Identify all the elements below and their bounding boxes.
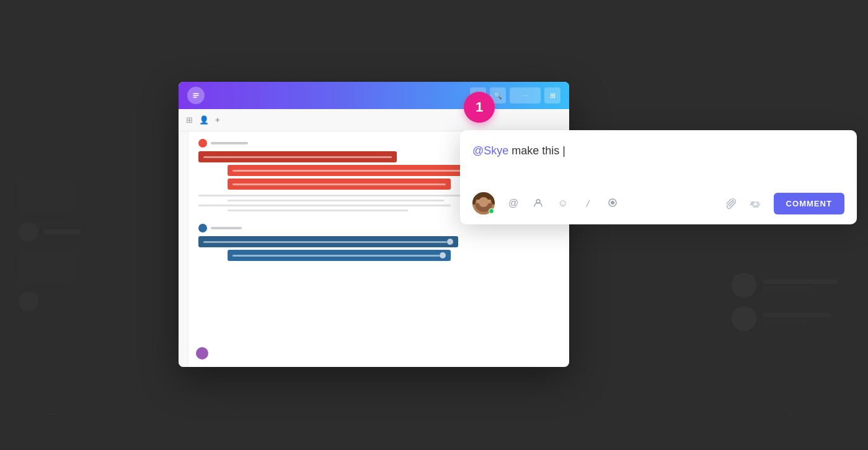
comment-popup: @Skye make this | @ xyxy=(460,130,857,224)
at-icon: @ xyxy=(508,198,518,209)
red-task-bar-3 xyxy=(228,179,451,190)
assign-button[interactable] xyxy=(527,192,549,214)
attach-button[interactable] xyxy=(719,192,742,214)
emoji-icon: ☺ xyxy=(558,198,568,209)
mention-text: @Skye xyxy=(472,144,508,157)
toolbar-add-icon[interactable]: + xyxy=(215,115,220,125)
bottom-avatar xyxy=(196,347,208,360)
bg-label-1: ... xyxy=(50,408,55,416)
toolbar-team-icon[interactable]: 👤 xyxy=(199,115,209,125)
record-button[interactable] xyxy=(601,192,624,214)
blue-avatar xyxy=(198,224,207,232)
drive-button[interactable] xyxy=(744,192,766,214)
header-menu-icon[interactable]: ··· xyxy=(510,87,541,104)
cursor: | xyxy=(562,144,565,157)
comment-button[interactable]: COMMENT xyxy=(774,193,844,214)
blue-task-bar-2 xyxy=(228,250,451,261)
mention-button[interactable]: @ xyxy=(502,192,525,214)
blue-task-section xyxy=(198,224,559,261)
app-window: 🔔 🔍 ··· ⊞ ⊞ 👤 + xyxy=(179,82,569,367)
blue-task-bar-1 xyxy=(198,236,458,247)
slash-button[interactable]: / xyxy=(577,192,599,214)
notification-badge: 1 xyxy=(464,92,495,123)
record-icon xyxy=(607,197,618,210)
header-grid-icon[interactable]: ⊞ xyxy=(544,87,560,104)
slash-icon: / xyxy=(587,198,589,209)
bg-label-3: ... xyxy=(788,408,794,416)
commenter-avatar-wrap xyxy=(472,192,495,214)
online-status-dot xyxy=(489,208,494,214)
app-logo xyxy=(187,87,205,104)
toolbar-grid-icon[interactable]: ⊞ xyxy=(186,115,193,125)
bg-label-2: ... xyxy=(236,408,241,416)
comment-text-area[interactable]: @Skye make this | xyxy=(472,143,844,180)
app-sidebar xyxy=(179,131,188,367)
red-task-bar-1 xyxy=(198,151,397,162)
comment-toolbar: @ ☺ / xyxy=(472,192,844,214)
red-avatar xyxy=(198,139,207,148)
svg-point-2 xyxy=(611,201,614,205)
emoji-button[interactable]: ☺ xyxy=(552,192,574,214)
comment-body-text: make this xyxy=(508,144,562,157)
app-toolbar: ⊞ 👤 + xyxy=(179,109,569,131)
app-header: 🔔 🔍 ··· ⊞ xyxy=(179,82,569,109)
assign-icon xyxy=(533,197,544,210)
red-task-bar-2 xyxy=(228,165,498,176)
notification-number: 1 xyxy=(476,99,483,115)
